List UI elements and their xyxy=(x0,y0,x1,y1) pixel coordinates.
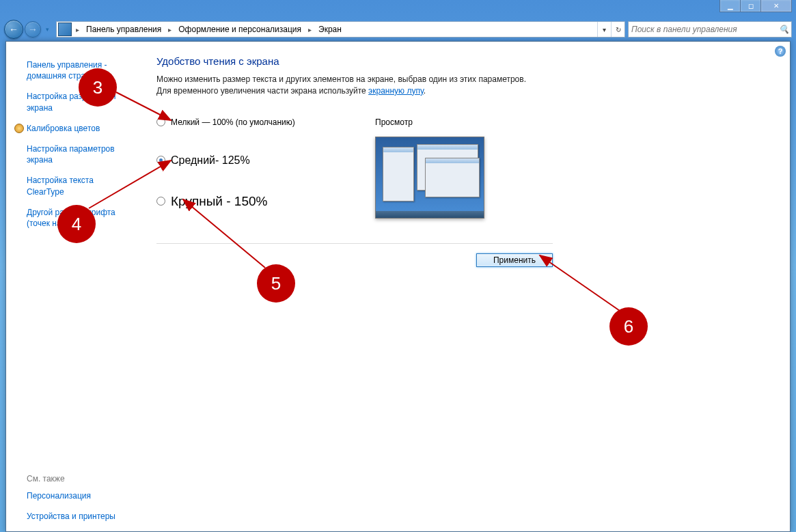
radio-label: Средний- 125% xyxy=(171,154,250,167)
search-input[interactable] xyxy=(629,25,776,34)
page-description: Можно изменить размер текста и других эл… xyxy=(156,74,539,97)
breadcrumb-segment[interactable]: Экран xyxy=(314,22,346,37)
sidebar: Панель управления - домашняя страница На… xyxy=(6,42,143,531)
refresh-button[interactable]: ↻ xyxy=(611,22,625,37)
close-button[interactable]: ✕ xyxy=(760,0,792,12)
content-divider xyxy=(156,243,553,244)
magnifier-link[interactable]: экранную лупу xyxy=(368,86,424,96)
chevron-down-icon: ▾ xyxy=(603,26,606,33)
breadcrumb-arrow-icon: ▸ xyxy=(165,26,174,33)
main-content: Удобство чтения с экрана Можно изменить … xyxy=(156,55,776,518)
breadcrumb[interactable]: ▸ Панель управления ▸ Оформление и персо… xyxy=(56,21,625,38)
back-button[interactable]: ← xyxy=(4,20,23,39)
search-box[interactable]: 🔍 xyxy=(628,21,792,38)
preview-label: Просмотр xyxy=(375,117,776,127)
refresh-icon: ↻ xyxy=(616,26,621,33)
forward-button[interactable]: → xyxy=(25,21,41,38)
forward-arrow-icon: → xyxy=(28,24,38,35)
minimize-icon: ▁ xyxy=(728,2,733,10)
see-also-personalization[interactable]: Персонализация xyxy=(27,490,132,501)
apply-button[interactable]: Применить xyxy=(476,253,553,267)
window-body: ? Панель управления - домашняя страница … xyxy=(5,41,791,532)
help-icon: ? xyxy=(778,47,783,55)
see-also-section: См. также Персонализация Устройства и пр… xyxy=(27,474,132,524)
size-option-small[interactable]: Мелкий — 100% (по умолчанию) xyxy=(156,117,375,127)
page-title: Удобство чтения с экрана xyxy=(156,55,776,67)
shield-icon xyxy=(14,124,24,133)
back-arrow-icon: ← xyxy=(9,24,18,35)
sidebar-link-screen-params[interactable]: Настройка параметров экрана xyxy=(27,143,132,165)
address-bar: ← → ▾ ▸ Панель управления ▸ Оформление и… xyxy=(0,18,796,41)
control-panel-icon xyxy=(58,23,72,36)
minimize-button[interactable]: ▁ xyxy=(719,0,740,12)
breadcrumb-segment[interactable]: Оформление и персонализация xyxy=(174,22,305,37)
size-option-large[interactable]: Крупный - 150% xyxy=(156,194,375,209)
radio-small[interactable] xyxy=(156,117,165,126)
radio-label: Крупный - 150% xyxy=(171,194,267,209)
maximize-button[interactable]: ◻ xyxy=(740,0,760,12)
chevron-down-icon: ▾ xyxy=(46,26,49,33)
breadcrumb-arrow-icon: ▸ xyxy=(73,26,82,33)
radio-medium[interactable] xyxy=(156,156,165,165)
breadcrumb-arrow-icon: ▸ xyxy=(305,26,314,33)
preview-image xyxy=(375,137,484,219)
window-titlebar: ▁ ◻ ✕ xyxy=(0,0,796,18)
see-also-devices[interactable]: Устройства и принтеры xyxy=(27,511,132,522)
radio-label: Мелкий — 100% (по умолчанию) xyxy=(171,117,295,127)
annotation-badge-4: 4 xyxy=(57,205,96,243)
breadcrumb-dropdown[interactable]: ▾ xyxy=(597,22,611,37)
close-icon: ✕ xyxy=(773,2,779,10)
annotation-badge-5: 5 xyxy=(257,264,295,303)
radio-large[interactable] xyxy=(156,197,165,206)
maximize-icon: ◻ xyxy=(748,2,754,10)
annotation-badge-6: 6 xyxy=(609,307,648,346)
sidebar-link-home[interactable]: Панель управления - домашняя страница xyxy=(27,59,132,81)
see-also-title: См. также xyxy=(27,474,132,484)
size-option-medium[interactable]: Средний- 125% xyxy=(156,154,375,167)
nav-history-dropdown[interactable]: ▾ xyxy=(42,26,52,33)
sidebar-link-cleartype[interactable]: Настройка текста ClearType xyxy=(27,175,132,197)
annotation-badge-3: 3 xyxy=(79,68,117,107)
search-icon[interactable]: 🔍 xyxy=(776,25,791,34)
breadcrumb-segment[interactable]: Панель управления xyxy=(82,22,165,37)
help-button[interactable]: ? xyxy=(775,46,786,57)
sidebar-link-color-calibration[interactable]: Калибровка цветов xyxy=(27,123,132,134)
